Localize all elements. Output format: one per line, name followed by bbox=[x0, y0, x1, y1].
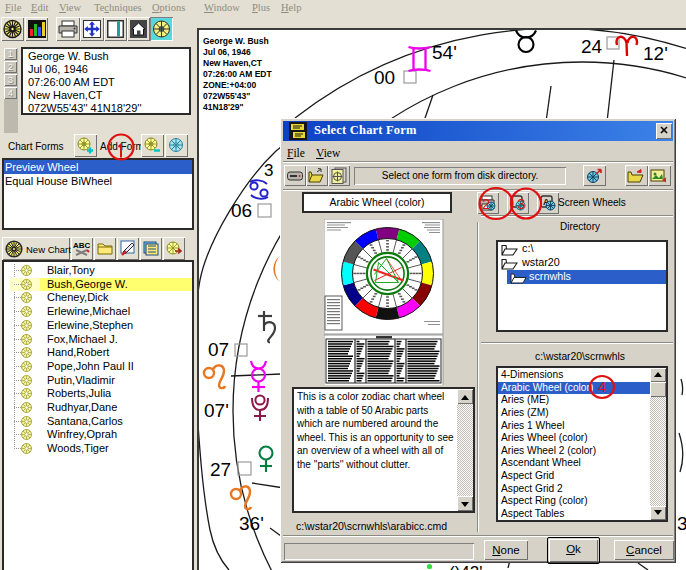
svg-text:07:26:00 AM EDT: 07:26:00 AM EDT bbox=[203, 69, 272, 79]
svg-text:00: 00 bbox=[374, 67, 395, 88]
svg-text:New Haven,CT: New Haven,CT bbox=[203, 58, 263, 68]
svg-text:()42': ()42' bbox=[449, 563, 482, 570]
svg-text:3: 3 bbox=[264, 161, 273, 180]
svg-text:ZONE:+04:00: ZONE:+04:00 bbox=[203, 80, 256, 90]
svg-text:Jul 06, 1946: Jul 06, 1946 bbox=[203, 47, 251, 57]
svg-text:George W. Bush: George W. Bush bbox=[203, 36, 269, 46]
svg-text:27: 27 bbox=[210, 459, 231, 480]
svg-text:072W55'43": 072W55'43" bbox=[203, 91, 250, 101]
svg-text:54': 54' bbox=[432, 42, 457, 63]
svg-text:ABC: ABC bbox=[73, 241, 91, 250]
svg-text:07': 07' bbox=[204, 400, 229, 421]
svg-text:3: 3 bbox=[677, 513, 686, 534]
svg-text:24: 24 bbox=[581, 36, 603, 57]
svg-text:06: 06 bbox=[231, 200, 252, 221]
svg-text:36': 36' bbox=[239, 513, 264, 534]
svg-text:12': 12' bbox=[643, 43, 668, 64]
svg-text:07: 07 bbox=[208, 339, 229, 360]
svg-text:41N18'29": 41N18'29" bbox=[203, 102, 244, 112]
